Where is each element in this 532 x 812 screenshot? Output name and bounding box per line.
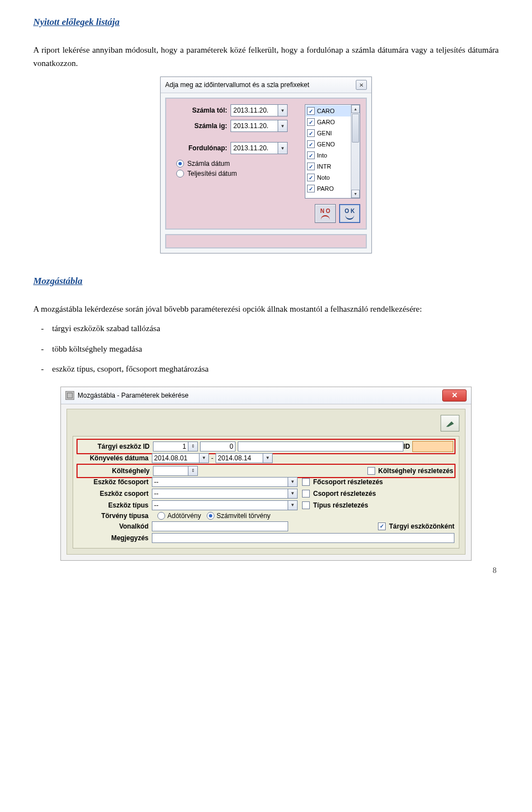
radio-label: Adótörvény <box>167 512 201 520</box>
label-cost-detail: Költséghely részletezés <box>378 467 453 475</box>
input-note[interactable] <box>152 533 454 543</box>
select-maingroup[interactable]: -- <box>152 477 288 487</box>
sad-mouth-icon <box>321 215 330 220</box>
list-item: eszköz típus, csoport, főcsoport meghatá… <box>33 363 499 375</box>
edit-button[interactable] <box>441 415 459 432</box>
dialog1-footer-frame <box>165 234 367 248</box>
scroll-thumb[interactable] <box>352 114 359 143</box>
label-type-detail: Típus részletezés <box>313 501 368 509</box>
dropdown-button[interactable]: ▼ <box>278 104 288 116</box>
label-group-detail: Csoport részletezés <box>313 490 376 498</box>
dropdown-button[interactable]: ▼ <box>288 489 298 499</box>
label-asset-id: Tárgyi eszköz ID <box>79 443 153 450</box>
label-barcode: Vonalkód <box>78 522 152 530</box>
input-asset-to[interactable]: 0 <box>200 441 236 451</box>
dropdown-button[interactable]: ▼ <box>278 120 288 132</box>
label-lawtype: Törvény típusa <box>78 512 152 520</box>
label-szamla-tol: Számla tól: <box>172 106 231 114</box>
select-type[interactable]: -- <box>152 500 288 510</box>
dropdown-button[interactable]: ▼ <box>288 500 298 510</box>
label-note: Megjegyzés <box>78 534 152 542</box>
checkbox[interactable] <box>302 478 310 486</box>
checkbox[interactable] <box>302 490 310 498</box>
checkbox[interactable]: ✓ <box>378 522 386 530</box>
prefix-listbox[interactable]: ✓CARO ✓GARO ✓GENI ✓GENO ✓Into ✓INTR ✓Not… <box>305 104 360 199</box>
label-maingroup: Eszköz főcsoport <box>78 478 152 486</box>
no-button[interactable]: N O <box>315 204 336 223</box>
input-szamla-ig[interactable]: 2013.11.20. <box>231 120 278 132</box>
dialog1-screenshot: Adja meg az időintervallumot és a szla p… <box>33 77 499 253</box>
radio-teljesitesi-datum[interactable]: Teljesítési dátum <box>176 170 299 177</box>
ok-button[interactable]: O K <box>339 204 360 223</box>
input-date-from[interactable]: 2014.08.01 <box>152 453 200 463</box>
section-title-mozgastabla: Mozgástábla <box>33 276 499 287</box>
section-title-advances: Nyitott előlegek listája <box>33 17 499 28</box>
dropdown-button[interactable]: ▼ <box>199 453 209 463</box>
label-main-detail: Főcsoport részletezés <box>313 478 383 486</box>
dropdown-button[interactable]: ▼ <box>288 477 298 487</box>
input-fordulonap[interactable]: 2013.11.20. <box>231 142 278 154</box>
dropdown-button[interactable]: ▼ <box>278 142 288 154</box>
checkbox[interactable] <box>302 501 310 509</box>
scroll-down-icon[interactable]: ▼ <box>351 190 360 198</box>
scroll-up-icon[interactable]: ▲ <box>351 105 360 113</box>
input-id[interactable] <box>412 441 453 452</box>
scrollbar[interactable]: ▲ ▼ <box>351 105 360 198</box>
bullet-list: tárgyi eszközök szabad tallózása több kö… <box>33 322 499 375</box>
label-cost-center: Költséghely <box>79 467 153 475</box>
dialog1-titlebar: Adja meg az időintervallumot és a szla p… <box>161 77 371 93</box>
input-barcode[interactable] <box>152 521 288 531</box>
page-number: 8 <box>33 566 499 575</box>
close-button[interactable]: ✕ <box>442 389 467 402</box>
checkbox[interactable] <box>367 467 375 475</box>
section2-paragraph: A mozgástábla lekérdezése során jóval bő… <box>33 302 499 316</box>
highlight-asset-id: Tárgyi eszköz ID 1 ⇕ 0 ID <box>76 439 456 454</box>
list-item: több költséghely megadása <box>33 343 499 356</box>
edit-icon <box>446 419 454 427</box>
stepper-button[interactable]: ⇕ <box>188 466 198 476</box>
label-per-asset: Tárgyi eszközönként <box>389 522 454 530</box>
radio-label: Számviteli törvény <box>217 512 270 520</box>
dialog2-title: Mozgástábla - Paraméterek bekérése <box>78 392 188 399</box>
label-fordulonap: Fordulónap: <box>172 144 231 152</box>
input-date-to[interactable]: 2014.08.14 <box>216 453 263 463</box>
input-asset-from[interactable]: 1 <box>153 441 188 451</box>
input-cost-center[interactable] <box>153 466 188 476</box>
input-asset-name[interactable] <box>238 441 403 451</box>
close-icon[interactable]: ✕ <box>356 80 367 90</box>
dash-separator: - <box>209 454 216 462</box>
radio-account-law[interactable] <box>207 512 214 520</box>
radio-label: Számla dátum <box>187 160 230 168</box>
dialog2-titlebar: Mozgástábla - Paraméterek bekérése ✕ <box>61 387 471 404</box>
label-id: ID <box>403 443 410 450</box>
radio-tax-law[interactable] <box>157 512 165 520</box>
input-szamla-tol[interactable]: 2013.11.20. <box>231 104 278 116</box>
label-booking-date: Könyvelés dátuma <box>78 454 152 462</box>
highlight-cost-center: Költséghely ⇕ Költséghely részletezés <box>76 464 456 478</box>
label-type: Eszköz típus <box>78 501 152 509</box>
label-szamla-ig: Számla ig: <box>172 122 231 130</box>
app-icon <box>65 391 74 400</box>
section1-paragraph: A riport lekérése annyiban módosult, hog… <box>33 43 499 70</box>
list-item: tárgyi eszközök szabad tallózása <box>33 322 499 335</box>
select-group[interactable]: -- <box>152 489 288 499</box>
dropdown-button[interactable]: ▼ <box>263 453 273 463</box>
label-group: Eszköz csoport <box>78 490 152 498</box>
radio-szamla-datum[interactable]: Számla dátum <box>176 160 299 168</box>
dialog2-screenshot: Mozgástábla - Paraméterek bekérése ✕ <box>33 387 499 561</box>
dialog1-title: Adja meg az időintervallumot és a szla p… <box>165 81 309 89</box>
smile-mouth-icon <box>345 215 354 220</box>
radio-label: Teljesítési dátum <box>187 170 237 177</box>
stepper-button[interactable]: ⇕ <box>188 441 198 451</box>
